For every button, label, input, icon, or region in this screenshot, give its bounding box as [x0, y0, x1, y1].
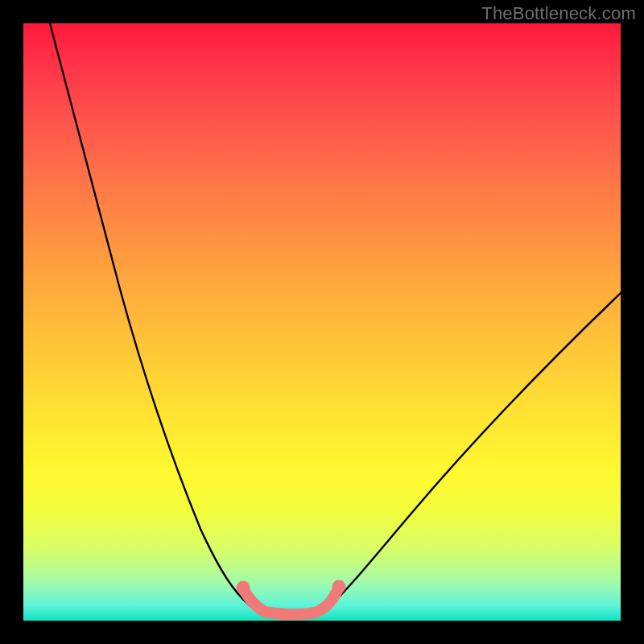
- curves-svg: [23, 23, 621, 621]
- chart-frame: TheBottleneck.com: [0, 0, 644, 644]
- band-cap-right: [332, 580, 346, 594]
- left-curve: [50, 23, 250, 605]
- band-cap-left: [237, 581, 250, 595]
- right-curve: [330, 293, 621, 605]
- bottom-band: [243, 587, 339, 614]
- plot-area: [23, 23, 621, 621]
- watermark-text: TheBottleneck.com: [481, 3, 636, 24]
